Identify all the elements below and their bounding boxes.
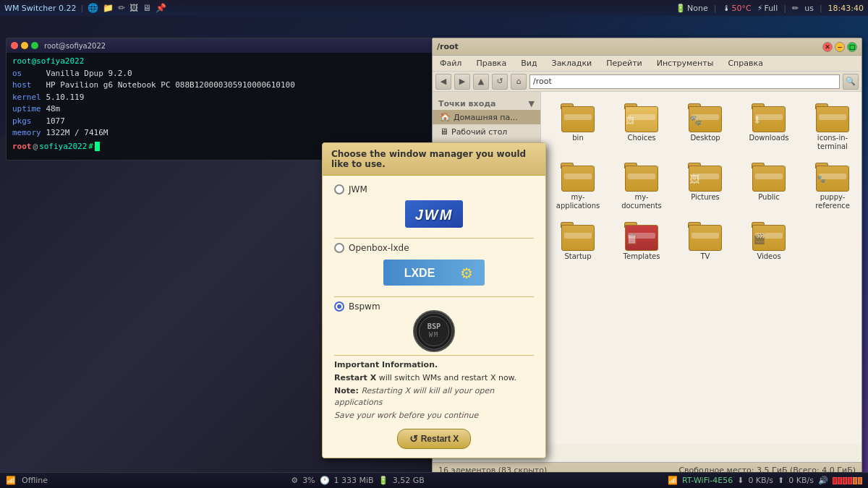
folder-icon-my-documents	[624, 163, 659, 192]
file-item-desktop[interactable]: 🐾 Desktop	[677, 100, 733, 154]
fm-home-btn[interactable]: ⌂	[511, 74, 527, 90]
fm-menu-help[interactable]: Справка	[725, 57, 765, 69]
file-item-videos[interactable]: 🎬 Videos	[741, 219, 797, 264]
file-item-public[interactable]: Public	[741, 160, 797, 213]
fm-min-btn[interactable]: −	[835, 42, 845, 52]
folder-body: 🖼	[689, 166, 722, 192]
fm-forward-btn[interactable]: ▶	[454, 74, 470, 90]
folder-icon-downloads: ⬇	[752, 103, 786, 132]
fm-refresh-btn[interactable]: ↺	[492, 74, 508, 90]
tbar-center: ⚙ 3% 🕐 1 333 MiB 🔋 3,52 GB	[291, 476, 424, 485]
videos-folder-inner-icon: 🎬	[753, 233, 765, 244]
fm-search-btn[interactable]: 🔍	[843, 74, 859, 90]
fm-titlebar: /root ✕ − □	[433, 38, 861, 56]
terminal-line-1: os Vanilla Dpup 9.2.0	[12, 68, 426, 80]
charge-indicator: ⚡ Full	[757, 4, 778, 13]
wm-switcher-title: WM Switcher 0.22	[4, 4, 77, 13]
file-item-my-documents[interactable]: my-documents	[613, 160, 670, 213]
tbar-right: 📶 RT-WiFi-4E56 ⬇ 0 KB/s ⬆ 0 KB/s 🔊	[668, 476, 862, 485]
offline-icon: 📶	[6, 476, 16, 485]
battery-seg-6	[858, 477, 862, 484]
terminal-label-host: host	[12, 80, 41, 90]
fm-menu-edit[interactable]: Правка	[473, 57, 509, 69]
wm-option-jwm: JWM JWM	[334, 184, 534, 232]
wm-option-openbox: Openbox-lxde LXDE ⚙	[334, 243, 534, 291]
fm-close-btn[interactable]: ✕	[822, 42, 833, 52]
cpu-icon: ⚙	[291, 476, 298, 485]
file-item-bin[interactable]: bin	[550, 100, 606, 154]
taskbar-top: WM Switcher 0.22 | 🌐 📁 ✏ 🖼 🖥 📌 🔋 None | …	[0, 0, 868, 16]
file-item-icons-in-terminal[interactable]: icons-in-terminal	[804, 100, 861, 154]
folder-icon-desktop: 🐾	[688, 103, 723, 132]
file-item-pictures[interactable]: 🖼 Pictures	[677, 160, 733, 213]
fm-menu-go[interactable]: Перейти	[603, 57, 645, 69]
fm-menu-tools[interactable]: Инструменты	[654, 57, 717, 69]
svg-text:JWM: JWM	[415, 207, 454, 223]
prompt-at: @	[33, 141, 38, 153]
file-item-tv[interactable]: TV	[677, 219, 733, 264]
file-label-templates: Templates	[624, 252, 660, 261]
terminal-value-host: HP Pavilion g6 Notebook PC 088B120000305…	[46, 80, 294, 90]
fm-back-btn[interactable]: ◀	[435, 74, 451, 90]
battery-none: None	[687, 4, 708, 13]
terminal-max-btn[interactable]	[31, 42, 38, 49]
folder-body	[816, 106, 849, 132]
folder-highlight	[564, 174, 592, 179]
taskbar-right: 🔋 None | 🌡 50°C ⚡ Full | ✏ us | 18:43:40	[676, 4, 864, 13]
fm-address-bar[interactable]: /root	[529, 74, 840, 89]
terminal-value-os: Vanilla Dpup 9.2.0	[46, 69, 132, 78]
fm-up-btn[interactable]: ▲	[473, 74, 489, 90]
terminal-label-pkgs: pkgs	[12, 116, 41, 126]
disk-value: 3,52 GB	[393, 476, 425, 485]
bookmarks-toggle[interactable]: ▼	[529, 99, 535, 108]
choices-folder-inner-icon: 🖼	[626, 116, 634, 126]
bspwm-radio-btn[interactable]	[334, 301, 344, 312]
file-item-puppy-reference[interactable]: 🐾 puppy-reference	[804, 160, 861, 213]
wm-divider-3	[334, 355, 534, 356]
file-item-choices[interactable]: 🖼 Choices	[613, 100, 670, 154]
puppy-folder-inner-icon: 🐾	[817, 175, 825, 183]
file-item-my-applications[interactable]: my-applications	[550, 160, 606, 213]
terminal-min-btn[interactable]	[21, 42, 28, 49]
user-label: us	[804, 4, 814, 13]
separator1: |	[81, 4, 84, 13]
charge-icon: ⚡	[757, 4, 763, 13]
wm-note-text: Restarting X will kill all your open app…	[334, 386, 494, 406]
taskbar-left: WM Switcher 0.22 | 🌐 📁 ✏ 🖼 🖥 📌	[4, 3, 166, 13]
terminal-user: root@sofiya2022	[12, 56, 84, 66]
jwm-radio-btn[interactable]	[334, 184, 344, 194]
openbox-radio-btn[interactable]	[334, 243, 344, 253]
terminal-close-btn[interactable]	[11, 42, 18, 49]
file-label-downloads: Downloads	[749, 134, 789, 142]
restart-x-button[interactable]: ↺ Restart X	[397, 429, 472, 449]
wm-info-restart-row: Restart X will switch WMs and restart X …	[334, 372, 534, 383]
file-item-downloads[interactable]: ⬇ Downloads	[741, 100, 797, 154]
fm-max-btn[interactable]: □	[847, 42, 857, 52]
terminal-titlebar: root@sofiya2022	[7, 38, 432, 53]
fm-menu-bookmarks[interactable]: Закладки	[549, 57, 595, 69]
folder-icon-choices: 🖼	[624, 103, 659, 132]
fm-sidebar-desktop[interactable]: 🖥 Рабочий стол	[433, 124, 540, 139]
fm-menu-view[interactable]: Вид	[518, 57, 540, 69]
folder-highlight	[628, 174, 655, 179]
fm-sidebar-home[interactable]: 🏠 Домашняя па...	[433, 110, 540, 124]
fm-icons-grid: bin 🖼 Choices	[547, 98, 856, 267]
svg-text:⚙: ⚙	[460, 265, 473, 281]
fm-sidebar-home-label: Домашняя па...	[454, 113, 518, 122]
tbar-left: 📶 Offline	[6, 476, 48, 485]
terminal-value-memory: 1322M / 7416M	[46, 128, 108, 137]
file-item-templates[interactable]: 📋 Templates	[613, 219, 670, 264]
file-label-startup: Startup	[564, 252, 591, 261]
up-speed-icon: ⬆	[778, 476, 784, 485]
bspwm-logo-container: BSP WM	[334, 313, 534, 349]
folder-icon-my-applications	[561, 163, 595, 192]
terminal-line-0: root@sofiya2022	[12, 56, 426, 68]
folder-icon-bin	[561, 103, 595, 132]
fm-menu-file[interactable]: Файл	[437, 57, 464, 69]
restart-btn-label: Restart X	[421, 434, 459, 444]
ram-value: 1 333 MiB	[334, 476, 374, 485]
folder-body: 🐾	[816, 166, 849, 192]
svg-text:BSP: BSP	[427, 322, 441, 330]
file-item-startup[interactable]: Startup	[550, 219, 606, 264]
battery-seg-1	[833, 477, 837, 484]
